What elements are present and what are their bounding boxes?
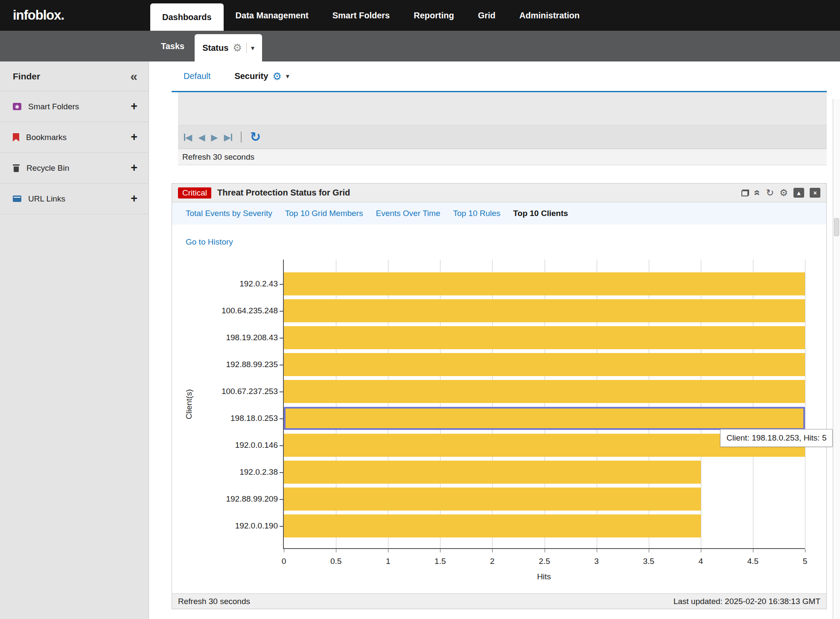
finder-item-label: Recycle Bin: [26, 164, 124, 173]
widget-settings-gear-icon[interactable]: ⚙: [779, 188, 788, 198]
scrollbar[interactable]: [833, 99, 840, 619]
x-tick-mark: [597, 549, 597, 552]
x-tick-mark: [753, 549, 753, 552]
dashboard-tab-label: Default: [184, 71, 210, 81]
app-logo: infoblox.: [0, 0, 150, 31]
gear-icon[interactable]: ⚙: [233, 43, 242, 53]
x-tick-label: 4.5: [747, 557, 758, 566]
widget-tab-total-events-by-severity[interactable]: Total Events by Severity: [186, 209, 272, 218]
plot-area: 00.511.522.533.544.55: [283, 260, 805, 549]
nav-tab-dashboards[interactable]: Dashboards: [150, 3, 224, 31]
chart-tooltip: Client: 198.18.0.253, Hits: 5: [720, 429, 833, 447]
chart-row: [284, 485, 805, 512]
finder-item-url-links[interactable]: URL Links+: [0, 184, 149, 214]
finder-item-bookmarks[interactable]: Bookmarks+: [0, 122, 149, 153]
widget-tab-events-over-time[interactable]: Events Over Time: [376, 209, 440, 218]
recycle-bin-icon: [13, 164, 20, 172]
sub-tab-label: Tasks: [161, 41, 184, 51]
scrollbar-thumb[interactable]: [834, 218, 839, 236]
widget-body: Go to History Client(s) 192.0.2.43100.64…: [172, 225, 826, 593]
x-tick-mark: [388, 549, 388, 552]
x-tick-mark: [440, 549, 440, 552]
bar-192-88-99-209[interactable]: [284, 488, 701, 511]
bar-198-18-0-253[interactable]: [284, 407, 805, 430]
refresh-icon[interactable]: ↻: [250, 131, 261, 143]
y-tick-label: 198.18.0.253: [198, 405, 283, 432]
x-tick-mark: [649, 549, 649, 552]
sub-tab-status[interactable]: Status⚙▾: [195, 34, 262, 61]
last-page-bar: [231, 134, 232, 141]
dashboard-toolbar: ◀ ◀ ▶ ▶ ↻ Refresh 30 seconds: [178, 92, 827, 165]
x-tick-label: 5: [803, 557, 808, 566]
last-page-button[interactable]: ▶: [224, 133, 232, 142]
dashboard-tab-security[interactable]: Security⚙▾: [222, 61, 301, 91]
finder-list: ∗Smart Folders+Bookmarks+Recycle Bin+URL…: [0, 91, 149, 214]
refresh-widget-icon[interactable]: ↻: [766, 188, 774, 198]
first-page-button[interactable]: ◀: [184, 133, 192, 142]
bar-rows: [284, 260, 805, 548]
y-tick-label: 192.88.99.209: [198, 485, 283, 512]
y-axis-labels: 192.0.2.43100.64.235.248198.19.208.43192…: [198, 260, 283, 549]
go-to-history-link[interactable]: Go to History: [186, 237, 233, 247]
x-tick-label: 3: [594, 557, 599, 566]
add-url-links-icon[interactable]: +: [131, 193, 137, 204]
widget-footer: Refresh 30 seconds Last updated: 2025-02…: [172, 593, 826, 609]
finder-item-recycle-bin[interactable]: Recycle Bin+: [0, 153, 149, 184]
add-recycle-bin-icon[interactable]: +: [131, 162, 137, 174]
first-page-arrow-icon: ◀: [185, 133, 192, 142]
refresh-interval-label: Refresh 30 seconds: [178, 149, 827, 165]
bar-192-0-2-38[interactable]: [284, 461, 701, 484]
caret-down-icon[interactable]: ▾: [286, 72, 289, 80]
widget-tab-top-10-rules[interactable]: Top 10 Rules: [453, 209, 500, 218]
nav-tab-administration[interactable]: Administration: [508, 0, 592, 31]
add-smart-folders-icon[interactable]: +: [131, 101, 137, 112]
caret-down-icon[interactable]: ▾: [251, 44, 254, 52]
previous-page-button[interactable]: ◀: [198, 133, 205, 142]
add-bookmarks-icon[interactable]: +: [131, 131, 137, 143]
x-tick-mark: [805, 549, 805, 552]
chart-row: [284, 270, 805, 297]
chart-row: [284, 297, 805, 324]
bar-100-64-235-248[interactable]: [284, 299, 805, 322]
bar-192-88-99-235[interactable]: [284, 353, 805, 376]
last-updated-label: Last updated: 2025-02-20 16:38:13 GMT: [674, 597, 820, 606]
nav-tab-reporting[interactable]: Reporting: [402, 0, 466, 31]
nav-tab-grid[interactable]: Grid: [466, 0, 508, 31]
y-axis-title-wrap: Client(s): [181, 260, 198, 549]
next-page-button[interactable]: ▶: [211, 133, 218, 142]
main-content: DefaultSecurity⚙▾ ◀ ◀ ▶ ▶ ↻ Refresh 30 s…: [149, 61, 840, 619]
x-tick-mark: [701, 549, 701, 552]
sub-tab-tasks[interactable]: Tasks: [151, 31, 195, 61]
finder-header: Finder «: [0, 61, 149, 91]
bar-192-0-0-190[interactable]: [284, 514, 701, 537]
chart-row: [284, 405, 805, 432]
maximize-icon[interactable]: ▲: [793, 188, 804, 198]
finder-item-smart-folders[interactable]: ∗Smart Folders+: [0, 91, 149, 122]
y-tick-label: 192.88.99.235: [198, 351, 283, 378]
y-tick-label: 100.64.235.248: [198, 297, 283, 324]
chart-row: [284, 512, 805, 539]
y-axis-title: Client(s): [184, 389, 194, 420]
widget-tab-top-10-clients[interactable]: Top 10 Clients: [513, 209, 568, 218]
sub-nav-tabs: TasksStatus⚙▾: [151, 31, 262, 61]
bar-198-19-208-43[interactable]: [284, 326, 805, 349]
page: infoblox. DashboardsData ManagementSmart…: [0, 0, 840, 619]
collapse-panel-icon[interactable]: «: [130, 70, 137, 83]
collapse-widget-icon[interactable]: «: [752, 190, 763, 196]
last-page-arrow-icon: ▶: [224, 133, 230, 142]
chart-row: [284, 458, 805, 485]
close-icon[interactable]: ×: [810, 188, 820, 198]
main-nav: DashboardsData ManagementSmart FoldersRe…: [150, 0, 592, 31]
widget-controls: « ↻ ⚙ ▲ ×: [741, 187, 820, 198]
gear-icon[interactable]: ⚙: [272, 71, 282, 82]
bar-192-0-2-43[interactable]: [284, 272, 805, 295]
nav-tab-smart-folders[interactable]: Smart Folders: [321, 0, 402, 31]
threat-protection-widget: Critical Threat Protection Status for Gr…: [172, 183, 827, 609]
smart-folders-icon: ∗: [13, 103, 21, 110]
restore-icon[interactable]: [741, 190, 749, 196]
dashboard-tab-default[interactable]: Default: [172, 61, 222, 91]
y-tick-label: 100.67.237.253: [198, 378, 283, 405]
bar-100-67-237-253[interactable]: [284, 380, 805, 403]
nav-tab-data-management[interactable]: Data Management: [224, 0, 321, 31]
widget-tab-top-10-grid-members[interactable]: Top 10 Grid Members: [285, 209, 363, 218]
